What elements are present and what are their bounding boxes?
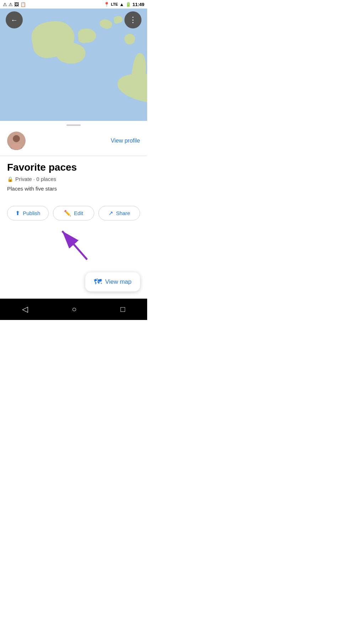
recent-apps-icon[interactable]: □ (121, 305, 125, 314)
home-nav-icon[interactable]: ○ (72, 305, 76, 314)
publish-button[interactable]: ⬆ Publish (7, 206, 49, 220)
svg-point-1 (13, 135, 20, 142)
image-icon: 🖼 (14, 2, 19, 7)
map-area: ← ⋮ (0, 0, 147, 121)
list-meta-text: Private · 0 places (15, 176, 56, 182)
profile-row: View profile (7, 132, 140, 150)
map-icon: 🗺 (94, 277, 102, 287)
edit-icon: ✏️ (64, 210, 71, 217)
warning-icon-2: ⚠ (9, 2, 13, 7)
edit-label: Edit (74, 210, 83, 216)
share-label: Share (116, 210, 130, 216)
clock: 11:49 (133, 2, 144, 7)
signal-icon: ▲ (119, 2, 124, 7)
map-more-button[interactable]: ⋮ (124, 11, 141, 28)
view-map-label: View map (105, 278, 132, 285)
svg-line-5 (62, 231, 87, 260)
map-back-button[interactable]: ← (6, 11, 23, 28)
lock-icon: 🔒 (7, 176, 13, 182)
back-arrow-icon: ← (11, 16, 18, 24)
divider (0, 156, 147, 156)
list-title: Favorite paces (7, 162, 140, 173)
more-dots-icon: ⋮ (129, 15, 137, 25)
status-icons-left: ⚠ ⚠ 🖼 📋 (3, 2, 26, 7)
status-icons-right: 📍 LTE ▲ 🔋 11:49 (104, 2, 144, 7)
share-button[interactable]: ↗ Share (98, 206, 140, 220)
status-bar: ⚠ ⚠ 🖼 📋 📍 LTE ▲ 🔋 11:49 (0, 0, 147, 9)
svg-point-3 (11, 143, 22, 150)
doc-icon: 📋 (20, 2, 26, 7)
drag-handle[interactable] (0, 121, 147, 126)
navigation-bar: ◁ ○ □ (0, 299, 147, 320)
warning-icon-1: ⚠ (3, 2, 7, 7)
back-nav-icon[interactable]: ◁ (22, 305, 28, 314)
annotation-arrow (52, 224, 94, 267)
battery-icon: 🔋 (125, 2, 131, 7)
edit-button[interactable]: ✏️ Edit (53, 206, 95, 220)
list-description: Places with five stars (7, 186, 140, 192)
action-buttons: ⬆ Publish ✏️ Edit ↗ Share (7, 206, 140, 220)
view-profile-link[interactable]: View profile (111, 138, 140, 144)
share-icon: ↗ (108, 210, 113, 217)
publish-icon: ⬆ (15, 210, 20, 217)
publish-label: Publish (23, 210, 40, 216)
location-icon: 📍 (104, 2, 109, 7)
list-meta: 🔒 Private · 0 places (7, 176, 140, 182)
network-type: LTE (111, 2, 118, 6)
avatar (7, 132, 26, 150)
bottom-sheet: View profile Favorite paces 🔒 Private · … (0, 121, 147, 299)
drag-handle-bar (66, 124, 81, 126)
view-map-button[interactable]: 🗺 View map (85, 272, 140, 292)
